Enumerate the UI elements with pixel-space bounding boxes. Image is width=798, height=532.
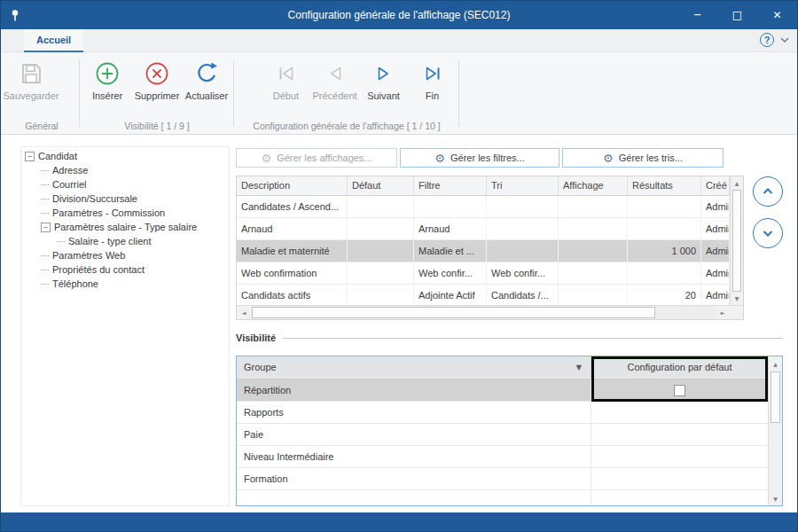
grid-cell	[348, 196, 414, 218]
group-cell: Formation	[237, 468, 591, 489]
grid-header: DescriptionDéfautFiltreTriAffichageRésul…	[237, 176, 730, 196]
refresh-icon	[192, 59, 221, 88]
scroll-up-icon[interactable]: ▲	[769, 356, 782, 371]
scroll-down-icon[interactable]: ▼	[731, 292, 743, 305]
grid-vertical-scrollbar[interactable]: ▲ ▼	[730, 176, 743, 305]
table-row[interactable]: Maladie et maternitéMaladie et ...1 000A…	[237, 240, 730, 262]
tree-item-label: Division/Succursale	[52, 193, 137, 204]
table-row[interactable]: Candidats actifsAdjointe ActifCandidats …	[237, 285, 730, 307]
visibility-scrollbar[interactable]: ▲ ▼	[768, 356, 782, 505]
ribbon-button-label: Actualiser	[185, 90, 228, 101]
scroll-down-icon[interactable]: ▼	[769, 491, 782, 505]
tree-item-label: Paramètres salaire - Type salaire	[54, 222, 197, 232]
visibility-row[interactable]: Paie	[237, 424, 768, 446]
scroll-right-icon[interactable]: ►	[716, 306, 730, 319]
tree-item[interactable]: Adresse	[21, 163, 229, 177]
tree-item[interactable]: −Paramètres salaire - Type salaire	[21, 220, 229, 234]
visibility-row[interactable]: Formation	[237, 468, 768, 490]
ribbon-button-label: Début	[273, 90, 299, 101]
grid-cell: Admin	[701, 196, 730, 218]
grid-column-header[interactable]: Défaut	[348, 176, 414, 196]
visibility-section-header: Visibilité	[236, 331, 783, 345]
chevron-down-icon[interactable]	[779, 36, 790, 43]
tree-item[interactable]: Courriel	[21, 177, 229, 192]
last-icon	[419, 59, 447, 88]
ribbon: Sauvegarder Général InsérerSupprimerActu…	[1, 52, 797, 135]
visibility-row[interactable]: Niveau Intermédiaire	[237, 446, 768, 468]
next-icon	[370, 59, 398, 88]
scroll-up-icon[interactable]: ▲	[731, 176, 743, 190]
grid-cell	[559, 240, 628, 262]
scroll-thumb[interactable]	[732, 190, 741, 292]
column-header-groupe[interactable]: Groupe ▼	[237, 356, 591, 379]
move-up-button[interactable]	[753, 176, 783, 207]
tree-expander-icon[interactable]: −	[41, 223, 51, 232]
manage-sorts-button[interactable]: ⚙Gérer les tris...	[562, 148, 724, 168]
ribbon-group-caption: Visibilité [ 1 / 9 ]	[82, 121, 231, 131]
grid-cell: Admin	[701, 262, 730, 285]
default-config-checkbox[interactable]	[674, 385, 685, 396]
tree-item[interactable]: Paramètres - Commission	[21, 206, 229, 220]
group-cell	[237, 490, 591, 506]
maximize-button[interactable]: □	[717, 1, 757, 29]
tree-item[interactable]: Téléphone	[21, 277, 229, 291]
tab-accueil[interactable]: Accueil	[24, 29, 83, 52]
tree-item[interactable]: Paramètres Web	[21, 248, 229, 262]
group-separator	[233, 59, 234, 127]
grid-column-header[interactable]: Filtre	[414, 176, 487, 196]
scroll-thumb[interactable]	[252, 307, 655, 318]
previous-button[interactable]: Précédent	[310, 57, 359, 101]
next-button[interactable]: Suivant	[359, 57, 408, 101]
grid-horizontal-scrollbar[interactable]: ◄ ►	[237, 305, 743, 319]
grid-cell	[559, 218, 628, 240]
tree-item[interactable]: Division/Succursale	[21, 192, 229, 206]
tree-item[interactable]: Salaire - type client	[21, 234, 229, 248]
grid-cell: Web confir...	[414, 262, 487, 285]
grid-column-header[interactable]: Tri	[487, 176, 559, 196]
gear-icon: ⚙	[434, 153, 445, 164]
ribbon-group-configuration: DébutPrécédentSuivantFin Configuration g…	[237, 52, 457, 134]
column-label: Groupe	[244, 362, 277, 372]
refresh-button[interactable]: Actualiser	[182, 57, 231, 101]
column-header-configuration-par-defaut[interactable]: Configuration par défaut	[591, 356, 768, 379]
help-icon[interactable]: ?	[760, 33, 774, 47]
grid-cell: Arnaud	[237, 218, 348, 240]
minimize-button[interactable]: ─	[677, 1, 717, 29]
ribbon-button-label: Précédent	[312, 90, 356, 101]
tree-item[interactable]: −Candidat	[21, 149, 229, 163]
grid-column-header[interactable]: Résultats	[628, 176, 701, 196]
save-button[interactable]: Sauvegarder	[6, 57, 56, 101]
grid-column-header[interactable]: Description	[237, 176, 348, 196]
grid-cell	[559, 262, 628, 285]
visibility-row[interactable]	[237, 490, 768, 506]
manage-views-button[interactable]: ⚙Gérer les affichages...	[236, 148, 397, 168]
grid-column-header[interactable]: Affichage	[559, 176, 628, 196]
grid-cell	[628, 196, 701, 218]
visibility-row[interactable]: Répartition	[237, 379, 768, 402]
insert-button[interactable]: Insérer	[82, 57, 132, 101]
maximize-icon: □	[732, 9, 742, 21]
close-icon: ✕	[772, 9, 781, 21]
tree-item-label: Propriétés du contact	[52, 264, 145, 275]
close-button[interactable]: ✕	[757, 1, 797, 29]
default-config-cell	[591, 424, 768, 445]
visibility-row[interactable]: Rapports	[237, 402, 768, 424]
delete-button[interactable]: Supprimer	[132, 57, 182, 101]
grid-cell	[414, 196, 487, 218]
table-row[interactable]: Web confirmationWeb confir...Web confir.…	[237, 262, 730, 285]
move-down-button[interactable]	[753, 218, 783, 248]
tree-expander-icon[interactable]: −	[25, 152, 35, 161]
first-button[interactable]: Début	[262, 57, 310, 101]
table-row[interactable]: ArnaudArnaudAdmin	[237, 218, 730, 240]
grid-column-header[interactable]: Créé p...	[701, 176, 730, 196]
grid-body: Candidates / Ascend...AdminArnaudArnaudA…	[237, 196, 730, 307]
scroll-left-icon[interactable]: ◄	[237, 306, 251, 319]
table-row[interactable]: Candidates / Ascend...Admin	[237, 196, 730, 218]
dropdown-arrow-icon[interactable]: ▼	[576, 356, 582, 379]
last-button[interactable]: Fin	[408, 57, 457, 101]
tree-item-label: Paramètres - Commission	[52, 207, 165, 218]
window-controls: ─ □ ✕	[677, 1, 797, 29]
scroll-thumb[interactable]	[771, 372, 780, 423]
manage-filters-button[interactable]: ⚙Gérer les filtres...	[400, 148, 559, 168]
tree-item[interactable]: Propriétés du contact	[21, 262, 229, 277]
